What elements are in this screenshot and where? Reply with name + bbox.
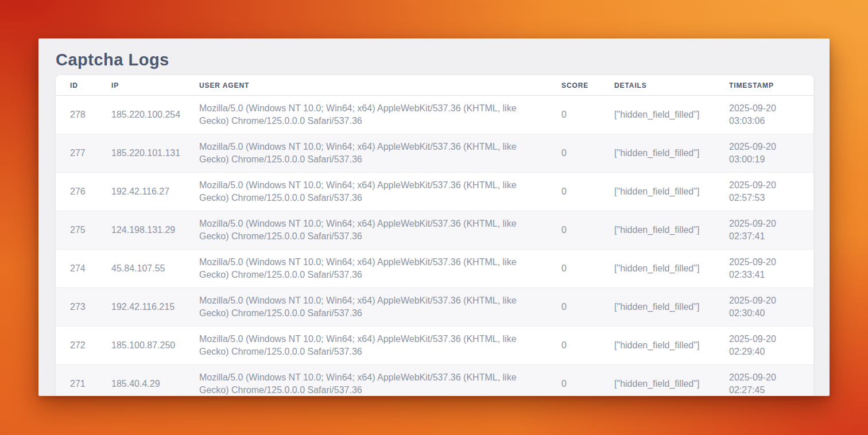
cell-id: 276 bbox=[56, 173, 111, 211]
cell-timestamp: 2025-09-20 03:03:06 bbox=[729, 96, 813, 134]
cell-id: 272 bbox=[56, 327, 111, 365]
column-header-details: DETAILS bbox=[614, 75, 729, 96]
cell-score: 0 bbox=[561, 288, 614, 327]
cell-useragent: Mozilla/5.0 (Windows NT 10.0; Win64; x64… bbox=[199, 173, 561, 211]
cell-ip: 185.40.4.29 bbox=[111, 365, 199, 397]
captcha-logs-card: Captcha Logs ID IP USER AGENT SCORE DETA… bbox=[38, 38, 830, 396]
table-row: 278 185.220.100.254 Mozilla/5.0 (Windows… bbox=[56, 96, 813, 134]
captcha-logs-table: ID IP USER AGENT SCORE DETAILS TIMESTAMP… bbox=[56, 75, 813, 396]
page-title: Captcha Logs bbox=[56, 49, 812, 70]
cell-ip: 185.220.100.254 bbox=[111, 96, 199, 134]
column-header-timestamp: TIMESTAMP bbox=[729, 75, 813, 96]
cell-id: 271 bbox=[56, 365, 111, 397]
cell-useragent: Mozilla/5.0 (Windows NT 10.0; Win64; x64… bbox=[199, 211, 561, 250]
cell-details: ["hidden_field_filled"] bbox=[614, 365, 729, 397]
cell-details: ["hidden_field_filled"] bbox=[614, 250, 729, 288]
cell-details: ["hidden_field_filled"] bbox=[614, 134, 729, 173]
cell-timestamp: 2025-09-20 02:29:40 bbox=[729, 327, 813, 365]
cell-score: 0 bbox=[561, 96, 614, 134]
cell-score: 0 bbox=[561, 173, 614, 211]
cell-score: 0 bbox=[561, 327, 614, 365]
cell-details: ["hidden_field_filled"] bbox=[614, 288, 729, 327]
table-row: 276 192.42.116.27 Mozilla/5.0 (Windows N… bbox=[56, 173, 813, 211]
column-header-useragent: USER AGENT bbox=[199, 75, 561, 96]
table-header-row: ID IP USER AGENT SCORE DETAILS TIMESTAMP bbox=[56, 75, 813, 96]
cell-details: ["hidden_field_filled"] bbox=[614, 327, 729, 365]
cell-timestamp: 2025-09-20 03:00:19 bbox=[729, 134, 813, 173]
cell-id: 277 bbox=[56, 134, 111, 173]
cell-id: 274 bbox=[56, 250, 111, 288]
cell-timestamp: 2025-09-20 02:27:45 bbox=[729, 365, 813, 397]
cell-id: 278 bbox=[56, 96, 111, 134]
cell-score: 0 bbox=[561, 250, 614, 288]
table-row: 271 185.40.4.29 Mozilla/5.0 (Windows NT … bbox=[56, 365, 813, 397]
cell-ip: 192.42.116.215 bbox=[111, 288, 199, 327]
table-body: 278 185.220.100.254 Mozilla/5.0 (Windows… bbox=[56, 96, 813, 397]
cell-useragent: Mozilla/5.0 (Windows NT 10.0; Win64; x64… bbox=[199, 365, 561, 397]
cell-ip: 185.100.87.250 bbox=[111, 327, 199, 365]
cell-score: 0 bbox=[561, 211, 614, 250]
table-row: 277 185.220.101.131 Mozilla/5.0 (Windows… bbox=[56, 134, 813, 173]
cell-useragent: Mozilla/5.0 (Windows NT 10.0; Win64; x64… bbox=[199, 288, 561, 327]
cell-timestamp: 2025-09-20 02:30:40 bbox=[729, 288, 813, 327]
cell-useragent: Mozilla/5.0 (Windows NT 10.0; Win64; x64… bbox=[199, 250, 561, 288]
cell-useragent: Mozilla/5.0 (Windows NT 10.0; Win64; x64… bbox=[199, 134, 561, 173]
cell-id: 275 bbox=[56, 211, 111, 250]
cell-score: 0 bbox=[561, 134, 614, 173]
cell-ip: 192.42.116.27 bbox=[111, 173, 199, 211]
cell-ip: 185.220.101.131 bbox=[111, 134, 199, 173]
cell-details: ["hidden_field_filled"] bbox=[614, 96, 729, 134]
table-row: 274 45.84.107.55 Mozilla/5.0 (Windows NT… bbox=[56, 250, 813, 288]
cell-score: 0 bbox=[561, 365, 614, 397]
cell-timestamp: 2025-09-20 02:37:41 bbox=[729, 211, 813, 250]
cell-details: ["hidden_field_filled"] bbox=[614, 211, 729, 250]
cell-useragent: Mozilla/5.0 (Windows NT 10.0; Win64; x64… bbox=[199, 327, 561, 365]
cell-timestamp: 2025-09-20 02:33:41 bbox=[729, 250, 813, 288]
cell-ip: 45.84.107.55 bbox=[111, 250, 199, 288]
table-row: 275 124.198.131.29 Mozilla/5.0 (Windows … bbox=[56, 211, 813, 250]
logs-table-container: ID IP USER AGENT SCORE DETAILS TIMESTAMP… bbox=[56, 75, 813, 396]
cell-ip: 124.198.131.29 bbox=[111, 211, 199, 250]
cell-useragent: Mozilla/5.0 (Windows NT 10.0; Win64; x64… bbox=[199, 96, 561, 134]
table-header: ID IP USER AGENT SCORE DETAILS TIMESTAMP bbox=[56, 75, 813, 96]
table-row: 272 185.100.87.250 Mozilla/5.0 (Windows … bbox=[56, 327, 813, 365]
table-row: 273 192.42.116.215 Mozilla/5.0 (Windows … bbox=[56, 288, 813, 327]
column-header-score: SCORE bbox=[561, 75, 614, 96]
column-header-id: ID bbox=[56, 75, 111, 96]
cell-details: ["hidden_field_filled"] bbox=[614, 173, 729, 211]
card-header: Captcha Logs bbox=[38, 38, 830, 70]
cell-timestamp: 2025-09-20 02:57:53 bbox=[729, 173, 813, 211]
cell-id: 273 bbox=[56, 288, 111, 327]
column-header-ip: IP bbox=[111, 75, 199, 96]
page-background: { "page": { "title": "Captcha Logs" }, "… bbox=[0, 0, 868, 435]
